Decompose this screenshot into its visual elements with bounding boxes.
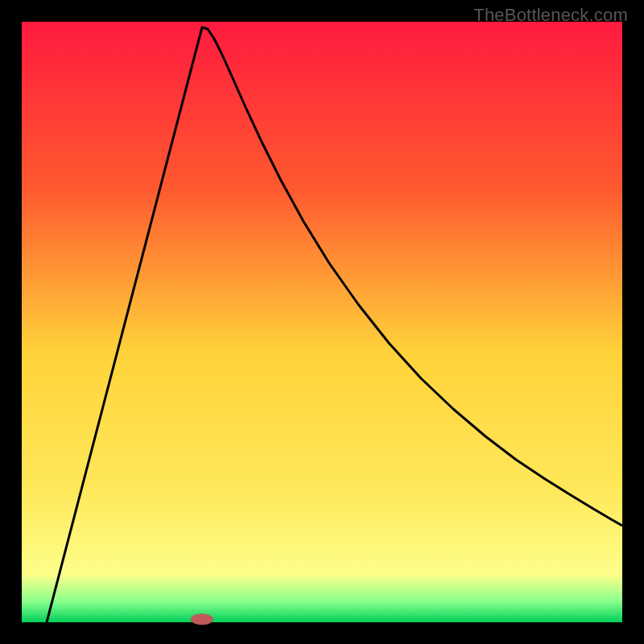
plot-background bbox=[22, 22, 622, 622]
curve-minimum-marker bbox=[191, 613, 213, 625]
bottleneck-chart bbox=[0, 0, 644, 644]
chart-container: TheBottleneck.com bbox=[0, 0, 644, 644]
watermark-text: TheBottleneck.com bbox=[473, 5, 628, 26]
